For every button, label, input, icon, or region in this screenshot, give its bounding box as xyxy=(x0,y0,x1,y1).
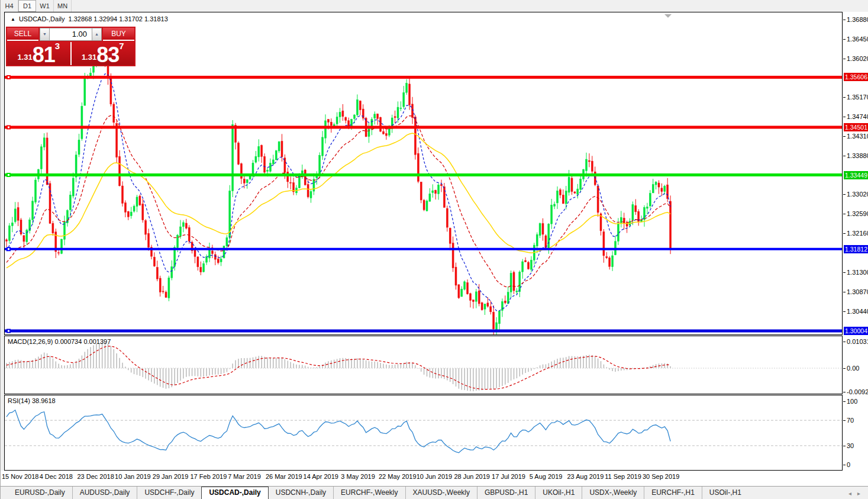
terminal-window: H4D1W1MN ▲ USDCAD-,Daily 1.32868 1.32994… xyxy=(0,0,868,499)
date-tick-label: 5 Aug 2019 xyxy=(530,473,563,480)
chart-tab-ukoil-h1[interactable]: UKOil-,H1 xyxy=(535,487,582,499)
date-tick-label: 11 Sep 2019 xyxy=(605,473,641,480)
macd-label: MACD(12,26,9) 0.000734 0.001397 xyxy=(8,338,111,345)
chart-tab-usdcnh-daily[interactable]: USDCNH-,Daily xyxy=(269,487,333,499)
price-tick-label: 1.31300 xyxy=(847,269,868,276)
price-tick-label: 1.32160 xyxy=(847,230,868,237)
date-tick-label: 22 May 2019 xyxy=(379,473,417,480)
candles xyxy=(6,38,672,334)
one-click-trade-panel: SELL ▼ 1.00 ▲ BUY 1.31813 1.31837 xyxy=(6,27,135,66)
price-level-badge: 1.30004 xyxy=(844,327,868,335)
sell-button[interactable]: SELL xyxy=(7,28,38,41)
sell-price-prefix: 1.31 xyxy=(17,51,32,64)
chart-ohlc-values: 1.32868 1.32994 1.31702 1.31813 xyxy=(69,15,168,22)
buy-price-main: 83 xyxy=(96,46,119,64)
macd-tick-label: 0.00 xyxy=(847,365,859,372)
price-tick-label: 1.30440 xyxy=(847,308,868,315)
macd-tick-label: -0.009203 xyxy=(847,388,868,395)
price-tick-label: 1.36020 xyxy=(847,55,868,62)
macd-signal-line xyxy=(7,346,670,389)
sell-price-display[interactable]: 1.31813 xyxy=(7,42,72,65)
date-tick-label: 3 May 2019 xyxy=(341,473,375,480)
rsi-indicator-pane[interactable]: RSI(14) 38.9618 xyxy=(4,395,843,471)
chart-tab-audusd-daily[interactable]: AUDUSD-,Daily xyxy=(72,487,137,499)
date-tick-label: 17 Jul 2019 xyxy=(492,473,525,480)
chart-tab-gbpusd-h1[interactable]: GBPUSD-,H1 xyxy=(477,487,535,499)
date-tick-label: 17 Feb 2019 xyxy=(191,473,227,480)
date-tick-label: 29 Jan 2019 xyxy=(153,473,189,480)
buy-button[interactable]: BUY xyxy=(103,28,134,41)
date-tick-label: 7 Mar 2019 xyxy=(228,473,261,480)
chart-tab-eurchf-h1[interactable]: EURCHF-,H1 xyxy=(644,487,702,499)
date-tick-label: 30 Sep 2019 xyxy=(643,473,679,480)
tab-scroll-right-icon[interactable]: ▸ xyxy=(857,490,860,497)
moving-averages xyxy=(7,74,670,311)
rsi-tick-label: 100 xyxy=(847,398,857,405)
buy-price-display[interactable]: 1.31837 xyxy=(72,42,135,65)
macd-canvas xyxy=(5,336,842,394)
rsi-tick-label: 30 xyxy=(847,442,854,449)
date-tick-label: 10 Jan 2019 xyxy=(115,473,151,480)
price-tick-label: 1.32590 xyxy=(847,210,868,217)
macd-histogram xyxy=(7,342,670,391)
date-tick-label: 15 Nov 2018 xyxy=(2,473,38,480)
chart-title: ▲ USDCAD-,Daily 1.32868 1.32994 1.31702 … xyxy=(11,15,168,22)
rsi-canvas xyxy=(5,395,842,470)
buy-price-pip: 7 xyxy=(119,42,124,50)
price-level-badge: 1.31812 xyxy=(844,245,868,253)
rsi-line xyxy=(7,410,670,453)
chart-shift-marker-icon[interactable] xyxy=(664,14,672,18)
macd-tick-label: 0.010311 xyxy=(847,338,868,345)
timeframe-toolbar: H4D1W1MN xyxy=(1,0,868,12)
price-axis[interactable]: 1.368801.364501.360201.351701.347401.343… xyxy=(843,12,868,471)
sell-price-pip: 3 xyxy=(55,42,60,50)
rsi-tick-label: 70 xyxy=(847,417,854,424)
chart-tab-eurusd-daily[interactable]: EURUSD-,Daily xyxy=(8,487,72,499)
volume-input[interactable]: 1.00 xyxy=(50,28,92,41)
rsi-tick-label: 0 xyxy=(847,461,850,468)
timeframe-button-h4[interactable]: H4 xyxy=(1,0,18,12)
price-tick-label: 1.35170 xyxy=(847,94,868,101)
chart-tab-eurchf-weekly[interactable]: EURCHF-,Weekly xyxy=(333,487,405,499)
timeframe-button-mn[interactable]: MN xyxy=(54,0,72,12)
price-level-badge: 1.34501 xyxy=(844,123,868,131)
date-tick-label: 23 Dec 2018 xyxy=(77,473,114,480)
date-tick-label: 28 Jun 2019 xyxy=(454,473,490,480)
price-tick-label: 1.33880 xyxy=(847,152,868,159)
chart-tab-usdx-weekly[interactable]: USDX-,Weekly xyxy=(582,487,644,499)
date-tick-label: 26 Mar 2019 xyxy=(266,473,302,480)
volume-increase-button[interactable]: ▲ xyxy=(92,28,102,41)
volume-decrease-button[interactable]: ▼ xyxy=(40,28,50,41)
date-tick-label: 23 Aug 2019 xyxy=(567,473,604,480)
chart-tab-usdchf-daily[interactable]: USDCHF-,Daily xyxy=(137,487,201,499)
timeframe-button-d1[interactable]: D1 xyxy=(18,0,36,12)
date-axis[interactable]: 15 Nov 20184 Dec 201823 Dec 201810 Jan 2… xyxy=(1,471,868,486)
price-tick-label: 1.36880 xyxy=(847,16,868,23)
timeframe-button-w1[interactable]: W1 xyxy=(36,0,54,12)
chart-tab-usoil-h1[interactable]: USOil-,H1 xyxy=(702,487,748,499)
price-tick-label: 1.33020 xyxy=(847,191,868,198)
tab-scroll-left-icon[interactable]: ◂ xyxy=(848,490,851,497)
chart-tab-bar: EURUSD-,DailyAUDUSD-,DailyUSDCHF-,DailyU… xyxy=(1,486,868,499)
chart-tab-usdcad-daily[interactable]: USDCAD-,Daily xyxy=(201,487,268,499)
date-tick-label: 10 Jun 2019 xyxy=(417,473,453,480)
collapse-triangle-icon[interactable]: ▲ xyxy=(11,17,15,22)
price-tick-label: 1.34310 xyxy=(847,133,868,140)
price-tick-label: 1.36450 xyxy=(847,36,868,43)
price-tick-label: 1.30870 xyxy=(847,288,868,295)
main-chart-pane[interactable]: ▲ USDCAD-,Daily 1.32868 1.32994 1.31702 … xyxy=(4,12,843,335)
date-tick-label: 14 Apr 2019 xyxy=(304,473,338,480)
chart-symbol-label: USDCAD-,Daily xyxy=(19,15,65,22)
price-tick-label: 1.34740 xyxy=(847,113,868,120)
tab-nav: ◂ ▸ xyxy=(848,490,868,499)
buy-price-prefix: 1.31 xyxy=(82,51,96,64)
price-level-badge: 1.33449 xyxy=(844,171,868,179)
date-tick-label: 4 Dec 2018 xyxy=(40,473,73,480)
chart-tab-xauusd-weekly[interactable]: XAUUSD-,Weekly xyxy=(405,487,477,499)
price-level-badge: 1.35606 xyxy=(844,73,868,81)
sell-price-main: 81 xyxy=(33,46,55,64)
rsi-label: RSI(14) 38.9618 xyxy=(8,397,56,404)
macd-indicator-pane[interactable]: MACD(12,26,9) 0.000734 0.001397 xyxy=(4,336,843,394)
